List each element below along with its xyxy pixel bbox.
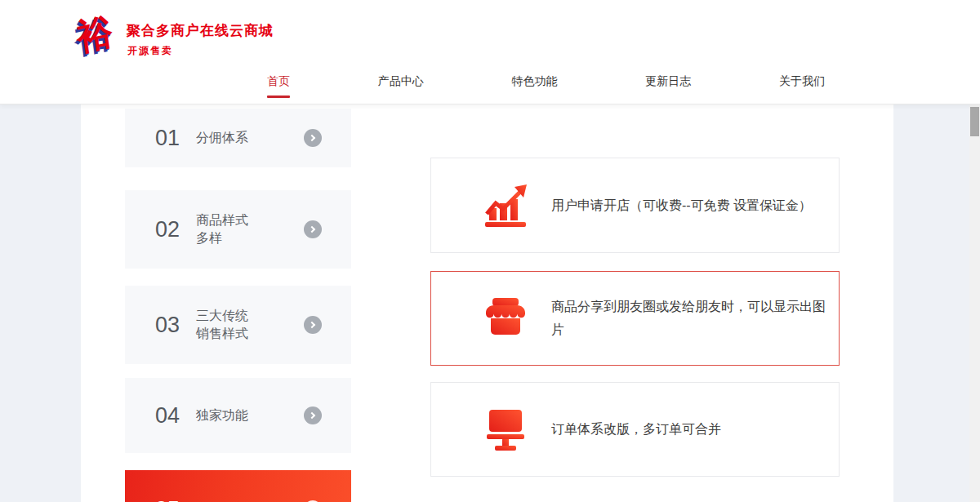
feature-card-text: 商品分享到朋友圈或发给朋友时，可以显示出图片 (551, 295, 835, 341)
storefront-icon (483, 296, 528, 340)
nav-item-home[interactable]: 首页 (267, 74, 290, 98)
nav-item-label: 特色功能 (512, 74, 558, 87)
sidebar-item-exclusive-features[interactable]: 04 独家功能 (125, 378, 351, 453)
feature-card-open-shop[interactable]: 用户申请开店（可收费--可免费 设置保证金） (430, 158, 840, 253)
nav-item-label: 产品中心 (378, 74, 424, 87)
nav-item-changelog[interactable]: 更新日志 (645, 74, 691, 89)
nav-item-features[interactable]: 特色功能 (512, 74, 558, 89)
chart-growth-icon (483, 184, 528, 228)
chevron-right-icon (304, 129, 322, 147)
chevron-right-icon (304, 406, 322, 424)
feature-card-text: 订单体系改版，多订单可合并 (551, 418, 835, 441)
site-title: 聚合多商户在线云商城 (127, 21, 274, 40)
nav-item-products[interactable]: 产品中心 (378, 74, 424, 89)
feature-card-share-product[interactable]: 商品分享到朋友圈或发给朋友时，可以显示出图片 (430, 271, 840, 366)
sidebar-item-product-styles[interactable]: 02 商品样式 多样 (125, 190, 351, 269)
feature-card-text: 用户申请开店（可收费--可免费 设置保证金） (551, 194, 835, 217)
nav-item-label: 关于我们 (779, 74, 825, 87)
chevron-right-icon (304, 220, 322, 238)
chevron-right-icon (304, 316, 322, 334)
monitor-icon (483, 407, 528, 451)
sidebar-item-label: 三大传统 销售样式 (196, 307, 248, 343)
sidebar-item-label: 分佣体系 (196, 129, 248, 147)
site-logo[interactable]: 裕 聚合多商户在线云商城 开源售卖 (74, 11, 335, 69)
page: 01 分佣体系 02 商品样式 多样 03 三大传统 销售样式 04 独家功能 … (0, 0, 980, 502)
nav-item-about[interactable]: 关于我们 (779, 74, 825, 89)
site-header: 裕 聚合多商户在线云商城 开源售卖 首页 产品中心 特色功能 更新日志 关于我们 (0, 0, 980, 104)
sidebar-item-number: 03 (155, 313, 186, 338)
active-tab-underline (267, 96, 290, 98)
sidebar-item-commission[interactable]: 01 分佣体系 (125, 109, 351, 167)
sidebar-item-label: 商品样式 多样 (196, 211, 248, 247)
main-nav: 首页 产品中心 特色功能 更新日志 关于我们 (267, 74, 825, 98)
nav-item-label: 首页 (267, 74, 290, 87)
nav-item-label: 更新日志 (645, 74, 691, 87)
main-content: 01 分佣体系 02 商品样式 多样 03 三大传统 销售样式 04 独家功能 … (0, 104, 980, 502)
vertical-scrollbar[interactable] (969, 104, 980, 502)
sidebar-item-05-highlighted[interactable]: 05 (125, 470, 351, 502)
logo-calligraphy-icon: 裕 (74, 13, 114, 56)
sidebar-item-label: 独家功能 (196, 406, 248, 424)
scrollbar-thumb[interactable] (970, 107, 979, 136)
feature-card-order-merge[interactable]: 订单体系改版，多订单可合并 (430, 382, 840, 477)
site-subtitle: 开源售卖 (127, 44, 173, 58)
sidebar-item-number: 05 (155, 497, 186, 502)
sidebar-item-number: 04 (155, 403, 186, 429)
sidebar-item-sales-styles[interactable]: 03 三大传统 销售样式 (125, 286, 351, 364)
sidebar-item-number: 01 (155, 126, 186, 151)
sidebar-item-number: 02 (155, 217, 186, 242)
